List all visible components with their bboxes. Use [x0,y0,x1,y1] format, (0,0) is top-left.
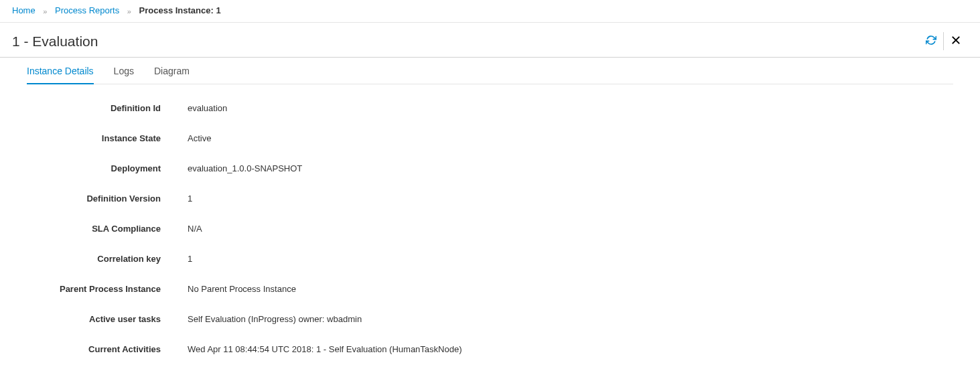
detail-value: Active [188,133,211,143]
detail-row-parent-process-instance: Parent Process Instance No Parent Proces… [54,284,926,294]
detail-value: N/A [188,224,202,234]
detail-value: 1 [188,254,192,264]
detail-value: 1 [188,194,192,204]
close-icon [951,35,961,48]
detail-row-correlation-key: Correlation key 1 [54,254,926,264]
detail-row-sla-compliance: SLA Compliance N/A [54,224,926,234]
detail-label: Correlation key [54,254,188,264]
detail-row-current-activities: Current Activities Wed Apr 11 08:44:54 U… [54,344,926,354]
breadcrumb: Home » Process Reports » Process Instanc… [0,0,980,23]
tab-diagram[interactable]: Diagram [154,58,190,84]
close-button[interactable] [944,32,968,50]
detail-label: Parent Process Instance [54,284,188,294]
detail-value: No Parent Process Instance [188,284,296,294]
header-actions [919,32,968,50]
detail-row-active-user-tasks: Active user tasks Self Evaluation (InPro… [54,314,926,324]
page-header: 1 - Evaluation [0,23,980,58]
breadcrumb-reports-link[interactable]: Process Reports [55,5,119,15]
detail-row-instance-state: Instance State Active [54,133,926,143]
page-title: 1 - Evaluation [12,33,919,50]
detail-label: Instance State [54,133,188,143]
detail-value: evaluation [188,103,227,113]
breadcrumb-separator-icon: » [43,7,47,15]
detail-label: Definition Version [54,194,188,204]
tab-instance-details[interactable]: Instance Details [27,58,94,84]
breadcrumb-current: Process Instance: 1 [139,5,221,15]
detail-value: Self Evaluation (InProgress) owner: wbad… [188,314,362,324]
refresh-icon [926,35,936,48]
detail-label: Active user tasks [54,314,188,324]
detail-label: Definition Id [54,103,188,113]
detail-value: Wed Apr 11 08:44:54 UTC 2018: 1 - Self E… [188,344,462,354]
detail-row-definition-version: Definition Version 1 [54,194,926,204]
instance-details-panel: Definition Id evaluation Instance State … [27,84,953,381]
breadcrumb-separator-icon: » [127,7,131,15]
detail-value: evaluation_1.0.0-SNAPSHOT [188,163,302,173]
detail-row-definition-id: Definition Id evaluation [54,103,926,113]
detail-label: SLA Compliance [54,224,188,234]
tab-logs[interactable]: Logs [114,58,134,84]
refresh-button[interactable] [919,32,944,50]
detail-label: Current Activities [54,344,188,354]
detail-label: Deployment [54,163,188,173]
detail-row-deployment: Deployment evaluation_1.0.0-SNAPSHOT [54,163,926,173]
breadcrumb-home-link[interactable]: Home [12,5,36,15]
tabs: Instance Details Logs Diagram [27,58,953,84]
